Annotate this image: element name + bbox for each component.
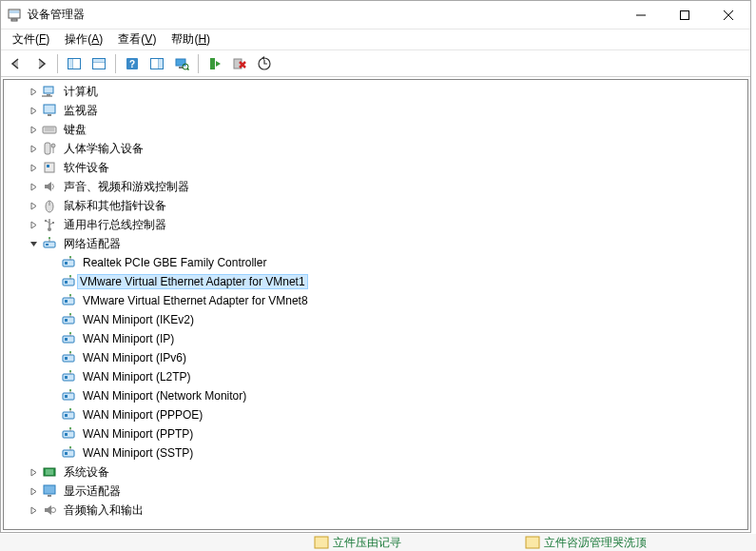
tree-item[interactable]: WAN Miniport (IKEv2) [4,310,747,329]
tree-item[interactable]: 软件设备 [4,158,747,177]
device-tree[interactable]: 计算机监视器键盘人体学输入设备软件设备声音、视频和游戏控制器鼠标和其他指针设备通… [4,80,747,529]
tree-item[interactable]: 声音、视频和游戏控制器 [4,177,747,196]
show-hide-tree-button[interactable] [63,52,86,75]
expander-placeholder [46,294,59,307]
enable-device-button[interactable] [204,52,226,75]
tree-item[interactable]: 监视器 [4,101,747,120]
usb-icon [42,217,57,232]
forward-button[interactable] [29,52,52,75]
menu-action[interactable]: 操作(A) [57,30,110,49]
toolbar-separator [57,54,58,73]
maximize-button[interactable] [663,1,707,30]
app-icon [7,8,22,23]
menu-view[interactable]: 查看(V) [110,30,164,49]
expander-placeholder [46,408,59,422]
collapse-icon[interactable] [27,237,40,250]
svg-rect-90 [63,450,74,457]
expand-icon[interactable] [27,465,40,479]
tree-item[interactable]: 通用串行总线控制器 [4,215,747,234]
netcard-icon [61,445,76,461]
svg-rect-82 [63,412,74,419]
minimize-button[interactable] [619,1,663,30]
tree-item[interactable]: 音频输入和输出 [4,501,747,520]
back-button[interactable] [5,52,28,75]
svg-point-89 [69,427,71,429]
expand-icon[interactable] [27,104,40,117]
netcard-icon [61,407,76,423]
tree-item-label: 显示适配器 [61,482,124,501]
tree-item[interactable]: 键盘 [4,120,747,139]
hid-icon [42,141,57,156]
svg-point-53 [69,256,71,258]
menubar: 文件(F) 操作(A) 查看(V) 帮助(H) [1,30,750,50]
svg-rect-12 [93,59,105,62]
expand-icon[interactable] [27,180,40,193]
tree-item[interactable]: WAN Miniport (L2TP) [4,367,747,386]
close-button[interactable] [707,1,750,30]
svg-point-57 [69,275,71,277]
svg-rect-54 [63,279,74,285]
netcard-icon [61,350,76,365]
expander-placeholder [46,275,59,288]
svg-point-85 [69,408,71,410]
display-icon [42,483,57,499]
tree-item[interactable]: WAN Miniport (IP) [4,329,747,348]
tree-item[interactable]: WAN Miniport (Network Monitor) [4,386,747,405]
svg-text:?: ? [129,59,135,69]
expand-icon[interactable] [27,199,40,212]
tree-item-label: 人体学输入设备 [61,140,146,158]
tree-item[interactable]: 系统设备 [4,462,747,482]
action-pane-button[interactable] [145,52,168,75]
help-button[interactable]: ? [121,52,144,75]
uninstall-device-button[interactable] [228,52,251,75]
svg-rect-66 [63,336,74,343]
svg-rect-98 [44,485,55,494]
tree-item[interactable]: VMware Virtual Ethernet Adapter for VMne… [4,272,747,291]
tree-item[interactable]: 计算机 [4,82,747,101]
expand-icon[interactable] [27,123,40,136]
expand-icon[interactable] [27,484,40,498]
tree-item[interactable]: 人体学输入设备 [4,139,747,158]
tree-item[interactable]: VMware Virtual Ethernet Adapter for VMne… [4,291,747,310]
svg-rect-45 [52,222,54,224]
svg-line-21 [187,69,189,70]
menu-help[interactable]: 帮助(H) [164,30,218,49]
svg-rect-99 [48,495,51,497]
svg-rect-91 [65,452,68,455]
expand-icon[interactable] [27,161,40,174]
svg-point-40 [48,227,51,231]
update-driver-button[interactable] [253,52,276,75]
expand-icon[interactable] [27,218,40,231]
expand-icon[interactable] [27,503,40,517]
tree-item[interactable]: 鼠标和其他指针设备 [4,196,747,215]
tree-item[interactable]: WAN Miniport (SSTP) [4,443,747,462]
svg-rect-70 [63,355,74,362]
netcard-icon [61,331,76,346]
tree-item-label: 声音、视频和游戏控制器 [61,178,192,196]
tree-item[interactable]: WAN Miniport (PPPOE) [4,405,747,424]
svg-point-81 [69,389,71,391]
tree-item-label: 音频输入和输出 [61,502,146,520]
tree-item[interactable]: WAN Miniport (IPv6) [4,348,747,367]
tree-item[interactable]: Realtek PCIe GBE Family Controller [4,253,747,272]
monitor-icon [42,103,57,118]
expander-placeholder [46,370,59,384]
properties-button[interactable] [87,52,110,75]
tree-item-label: 计算机 [61,83,101,101]
svg-rect-59 [65,300,68,303]
audio-icon [42,502,57,518]
expand-icon[interactable] [27,142,40,155]
tree-item[interactable]: 显示适配器 [4,482,747,501]
tree-item[interactable]: 网络适配器 [4,234,747,253]
svg-rect-74 [63,374,74,381]
netcard-icon [61,255,76,270]
svg-rect-17 [159,59,163,69]
menu-file[interactable]: 文件(F) [5,30,57,49]
tree-item-label: 系统设备 [61,463,112,482]
tree-item[interactable]: WAN Miniport (PPTP) [4,424,747,443]
svg-point-65 [69,313,71,315]
expand-icon[interactable] [27,85,40,98]
svg-rect-102 [526,537,539,548]
svg-point-100 [51,508,56,513]
scan-hardware-button[interactable] [170,52,193,75]
